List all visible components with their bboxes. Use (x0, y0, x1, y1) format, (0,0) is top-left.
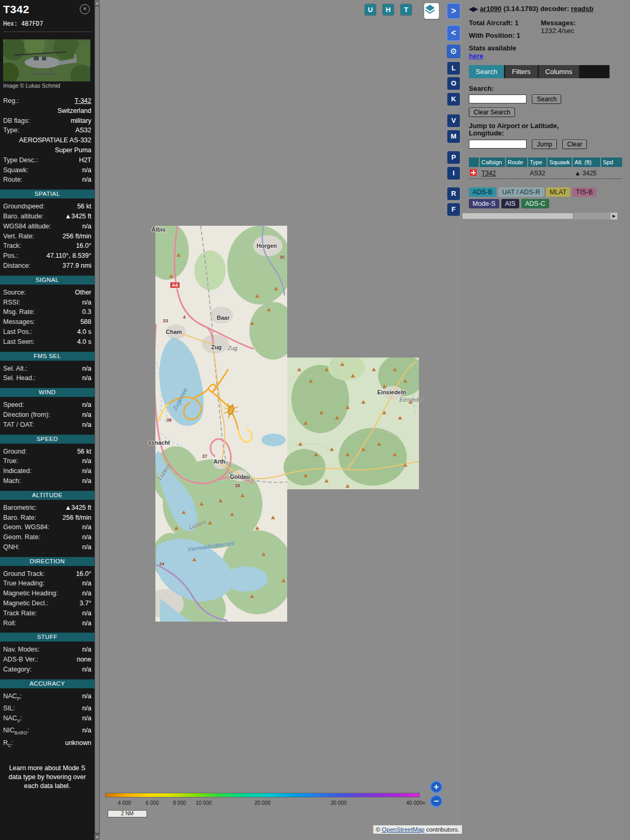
info-row: Type Desc.:H2T (3, 155, 91, 165)
info-value: AS32 (22, 125, 91, 135)
info-row: Baro. Rate:256 ft/min (3, 513, 91, 523)
info-label: Track Rate: (3, 608, 37, 618)
info-label: Ground: (3, 447, 27, 457)
callsign-link[interactable]: T342 (481, 170, 496, 177)
info-label: Indicated: (3, 466, 32, 476)
info-value[interactable]: T-342 (21, 96, 91, 106)
toggle-mode-s[interactable]: Mode-S (469, 199, 499, 208)
app-name-link[interactable]: ar1090 (480, 5, 501, 13)
toggle-ads-c[interactable]: ADS-C (521, 199, 549, 208)
horizontal-scrollbar[interactable]: ▶ (462, 213, 617, 219)
registration-link[interactable]: T-342 (75, 97, 91, 104)
aircraft-photo[interactable] (3, 39, 90, 81)
stats-here-link[interactable]: here (469, 52, 483, 60)
tab-columns[interactable]: Columns (539, 65, 579, 78)
column-header-Callsign[interactable]: Callsign (480, 158, 505, 167)
info-label: Ground Track: (3, 569, 45, 579)
info-row: TAT / OAT:n/a (3, 420, 91, 430)
map[interactable]: AlbisHorgenA435334BaarChamZugZugZugersee… (100, 0, 462, 840)
app-header: ◀▶ ar1090 (3.14.1793) decoder: readsb (469, 5, 630, 13)
toggle-ais[interactable]: AIS (501, 199, 519, 208)
section-header-fms-sel: FMS SEL (0, 352, 94, 361)
info-row: Roll:n/a (3, 618, 91, 628)
toggle-uat-ads-r[interactable]: UAT / ADS-R (498, 187, 543, 197)
info-value: n/a (17, 704, 91, 713)
callsign-cell[interactable]: T342 (480, 168, 505, 179)
sidebar-expand-button[interactable]: > (447, 3, 460, 19)
info-value: n/a (30, 165, 91, 175)
section-header-wind: WIND (0, 388, 94, 397)
column-header-flag[interactable] (469, 158, 479, 167)
button-l[interactable]: L (447, 62, 460, 75)
clear-jump-button[interactable]: Clear (562, 140, 587, 149)
toggle-mlat[interactable]: MLAT (546, 187, 570, 197)
info-top-rows: Reg.:T-342SwitzerlandDB flags:militaryTy… (3, 96, 91, 185)
layers-icon (424, 3, 436, 15)
scroll-down-icon[interactable]: ▼ (94, 834, 100, 840)
map-button-u[interactable]: U (365, 4, 376, 15)
osm-link[interactable]: OpenStreetMap (382, 826, 424, 833)
info-value: n/a (36, 420, 91, 430)
scroll-up-icon[interactable]: ▲ (94, 0, 100, 6)
info-value: military (32, 116, 91, 126)
button-m[interactable]: M (447, 130, 460, 143)
info-row: Squawk:n/a (3, 165, 91, 175)
info-label: Groundspeed: (3, 202, 45, 212)
info-row: Geom. Rate:n/a (3, 532, 91, 542)
search-button[interactable]: Search (532, 94, 561, 104)
button-k[interactable]: K (447, 93, 460, 106)
altitude-legend (105, 793, 420, 797)
button-f[interactable]: F (447, 203, 460, 216)
column-header-Squawk[interactable]: Squawk (548, 158, 572, 167)
clear-search-button[interactable]: Clear Search (469, 108, 515, 117)
info-value: n/a (41, 645, 91, 655)
sidebar-collapse-button[interactable]: < (447, 25, 460, 41)
hscroll-right-icon[interactable]: ▶ (611, 213, 617, 219)
button-o[interactable]: O (447, 77, 460, 90)
photo-credit[interactable]: Image © Lukas Schmid (3, 82, 91, 89)
layer-switcher-button[interactable] (424, 3, 439, 19)
toggle-ads-b[interactable]: ADS-B (469, 187, 496, 197)
jump-button[interactable]: Jump (532, 140, 556, 149)
button-r[interactable]: R (447, 187, 460, 200)
tab-filters[interactable]: Filters (505, 65, 537, 78)
scrollbar-thumb[interactable] (95, 6, 99, 833)
map-button-t[interactable]: T (401, 4, 412, 15)
info-row: NACP:n/a (3, 691, 91, 704)
info-value: n/a (29, 364, 91, 374)
info-row: SIL:n/a (3, 704, 91, 713)
settings-gear-icon[interactable]: ⚙ (447, 45, 460, 58)
info-label: SIL: (3, 704, 15, 713)
info-row: Sel. Head.:n/a (3, 373, 91, 383)
close-icon[interactable]: × (80, 4, 90, 14)
column-header-Spd[interactable]: Spd (601, 158, 622, 167)
table-row[interactable]: T342AS32▲ 3425 (469, 168, 622, 179)
button-p[interactable]: P (447, 151, 460, 164)
decoder-link[interactable]: readsb (571, 5, 594, 13)
jump-input[interactable] (469, 140, 527, 149)
info-label: Sel. Head.: (3, 373, 36, 383)
zoom-out-button[interactable]: − (430, 795, 443, 807)
left-panel-scrollbar[interactable]: ▲ ▼ (94, 0, 100, 840)
button-i[interactable]: I (447, 167, 460, 180)
info-value: H2T (40, 155, 91, 165)
zoom-in-button[interactable]: + (430, 781, 443, 793)
panel-toggle-arrows-icon[interactable]: ◀▶ (469, 5, 477, 13)
column-header-Route[interactable]: Route (506, 158, 527, 167)
button-v[interactable]: V (447, 114, 460, 127)
route-cell (506, 168, 527, 179)
search-input[interactable] (469, 94, 527, 103)
aircraft-table-wrap: CallsignRouteTypeSquawkAlt. (ft)Spd T342… (469, 149, 625, 180)
info-value: 16.0° (47, 569, 91, 579)
hscroll-thumb[interactable] (462, 213, 573, 219)
toggle-tis-b[interactable]: TIS-B (572, 187, 596, 197)
stats-block: Total Aircraft: 1 With Position: 1 Stats… (469, 19, 630, 60)
info-value: n/a (22, 542, 91, 552)
column-header-Alt. (ft)[interactable]: Alt. (ft) (573, 158, 600, 167)
info-footer: Learn more about Mode S data type by hov… (3, 764, 91, 791)
map-button-h[interactable]: H (383, 4, 394, 15)
info-value: n/a (52, 410, 91, 420)
info-row: RC:unknown (3, 738, 91, 750)
column-header-Type[interactable]: Type (528, 158, 547, 167)
tab-search[interactable]: Search (469, 65, 504, 78)
